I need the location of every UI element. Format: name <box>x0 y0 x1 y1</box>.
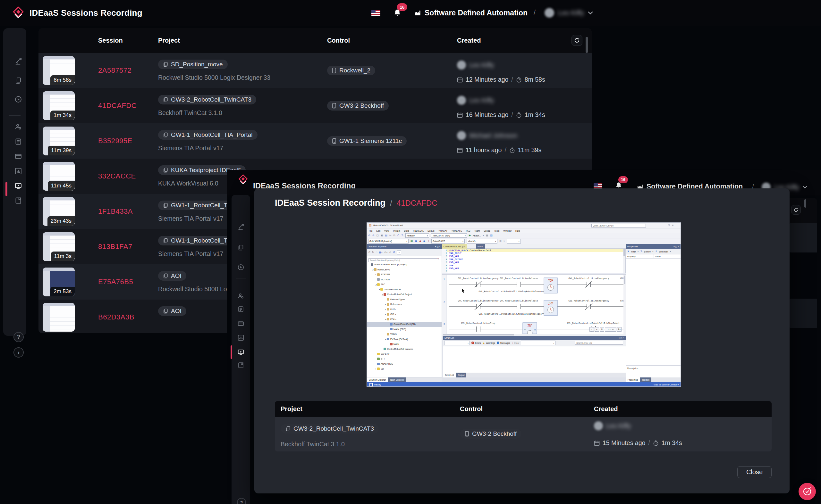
sidebar-item-library book-icon[interactable] <box>14 197 22 204</box>
sidebar-item-robots robot-arm-icon[interactable] <box>14 58 22 65</box>
toolbar-icon: ↷ <box>401 234 403 237</box>
session-link[interactable]: 2A587572 <box>98 53 131 88</box>
menu-item: TwinSAFE <box>451 229 462 232</box>
session-thumbnail[interactable]: 1m 34s <box>43 91 75 120</box>
sidebar-item-analytics bar-chart-icon[interactable] <box>14 167 22 175</box>
refresh-button[interactable] <box>791 205 801 215</box>
avatar <box>457 61 466 70</box>
sidebar-item-session-recordings monitor-play-icon[interactable] <box>237 349 245 356</box>
sidebar-item-projects copy-icon[interactable] <box>237 244 245 251</box>
duration-badge: 11m 39s <box>48 146 75 155</box>
stopwatch-icon <box>653 440 659 446</box>
menu-item: View <box>384 229 389 232</box>
menu-item: PLC <box>466 229 470 232</box>
overlay-sidebar: ? › <box>232 195 250 504</box>
sortorder-icon: ⇓ <box>655 250 658 253</box>
tab-controlrobotcell: ControlRobotCell◍ × <box>442 244 467 249</box>
sidebar-item-notes note-icon[interactable] <box>237 306 245 313</box>
session-link[interactable]: 41DCAFDC <box>98 88 137 123</box>
close-button[interactable]: Close <box>737 466 772 478</box>
tab-team-explorer: Team Explorer <box>388 377 406 382</box>
session-recording-preview[interactable]: ▤ RobotCellV2 - TcXaeShell ─□× FileEditV… <box>367 222 681 387</box>
sidebar-item-notes note-icon[interactable] <box>14 138 22 145</box>
toolbar-icon: ⊙▾ <box>384 251 388 254</box>
svg-text:2: 2 <box>444 301 445 303</box>
svg-text:1: 1 <box>444 278 445 280</box>
toolbar-icon: ✁ <box>389 234 392 237</box>
sidebar-item-play play-circle-icon[interactable] <box>237 264 245 271</box>
svg-text:GVL_RobotControl.bLineEmergenc: GVL_RobotControl.bLineEmergency <box>568 277 609 280</box>
control-tag: Rockwell_2 <box>327 66 375 75</box>
panel-title: Properties <box>627 245 638 248</box>
help-button[interactable]: ? <box>237 498 246 504</box>
document-icon <box>163 203 168 208</box>
avatar <box>594 421 603 430</box>
search-icon: ⚲ <box>437 258 439 260</box>
refresh-button[interactable] <box>571 35 582 46</box>
user-menu[interactable]: Leo Kiffy <box>544 0 593 26</box>
table-row[interactable]: 8m 58s 2A587572 SD_Position_move Rockwel… <box>38 53 592 88</box>
sidebar: ? › <box>3 28 26 336</box>
tab-toolbox: Toolbox <box>640 377 651 382</box>
help-button[interactable]: ? <box>13 332 24 342</box>
session-thumbnail[interactable]: 8m 58s <box>43 56 75 85</box>
error-list-tabs: Error List Output <box>443 373 626 377</box>
toolbar-icon: ⧉ <box>394 234 395 237</box>
project-subtitle: Siemens TIA Portal v17 <box>158 250 223 258</box>
session-link[interactable]: 813B1FA7 <box>98 229 132 264</box>
sidebar-item-robots robot-arm-icon[interactable] <box>237 224 245 231</box>
error-combo: ▾ <box>521 341 555 345</box>
sidebar-item-users user-gear-icon[interactable] <box>14 123 22 131</box>
table-scrollbar[interactable] <box>585 37 588 53</box>
col-project: Project <box>158 28 180 53</box>
panel-controls: ▾ ◫ × <box>435 245 440 248</box>
session-link[interactable]: E75A76B5 <box>98 264 133 300</box>
active-indicator <box>231 345 232 359</box>
sidebar-item-billing credit-card-icon[interactable] <box>14 153 22 160</box>
zoom-level: 100 % <box>605 327 617 332</box>
table-row[interactable]: 11m 39s B352995E GW1-1_RobotCell_TIA_Por… <box>38 123 592 159</box>
language-flag-us-icon[interactable] <box>371 10 380 16</box>
sidebar-expand-button[interactable]: › <box>13 347 24 358</box>
session-link[interactable]: 1F1B433A <box>98 194 133 229</box>
ide-toolbar-twincat: Build 4024.56 (Loaded)▾ ▦▣◆◉✦ RobotCellV… <box>367 238 681 244</box>
session-thumbnail[interactable] <box>43 303 75 332</box>
toolbar-icon: ⊙ <box>368 234 370 237</box>
created-meta: 11 hours ago/ 11m 39s <box>457 146 541 154</box>
sda-logo-icon <box>12 6 24 19</box>
sidebar-item-library book-icon[interactable] <box>237 362 245 369</box>
sidebar-item-projects copy-icon[interactable] <box>14 77 22 85</box>
table-scrollbar[interactable] <box>804 199 806 208</box>
org-switcher[interactable]: Software Defined Automation <box>414 0 527 26</box>
tree-item: ◢ControlRobotCell Project <box>367 292 442 297</box>
cookie-settings-button[interactable] <box>799 483 816 500</box>
table-header: Session Project Control Created <box>38 28 592 53</box>
session-link[interactable]: B62D3A3B <box>98 300 134 333</box>
session-thumbnail[interactable]: 11m 45s <box>43 162 75 191</box>
table-row[interactable]: 1m 34s 41DCAFDC GW3-2_RobotCell_TwinCAT3… <box>38 88 592 123</box>
peek-table-row <box>790 223 817 252</box>
ladder-zoom-controls: ▹ + ⚲ 100 % ⚲▾ <box>589 327 622 332</box>
project-subtitle: Rockwell Studio 5000 Logix Designer 33 <box>158 74 270 81</box>
sidebar-divider <box>236 278 246 278</box>
session-link[interactable]: B352995E <box>98 123 132 159</box>
panel-controls: ▾ ◫ × <box>619 337 624 339</box>
toolbar-icon: ↶ <box>397 234 400 237</box>
session-thumbnail[interactable]: 23m 43s <box>43 197 75 226</box>
sidebar-item-billing credit-card-icon[interactable] <box>237 320 245 327</box>
session-thumbnail[interactable]: 11m 3s <box>43 232 75 261</box>
quick-launch-input <box>591 224 646 227</box>
session-thumbnail[interactable]: 11m 39s <box>43 127 75 155</box>
created-by: Michael Johnson <box>457 131 517 140</box>
properties-toolbar: ▼Filter▾ ⇅Sort by▾ ⇓Sort order▾ <box>626 249 681 254</box>
sidebar-item-session-recordings monitor-play-icon[interactable] <box>14 182 22 190</box>
notifications-button[interactable]: 16 <box>394 9 401 17</box>
notifications-button[interactable]: 16 <box>615 182 622 189</box>
session-link[interactable]: 332CACCE <box>98 159 136 194</box>
sidebar-item-play play-circle-icon[interactable] <box>14 95 22 103</box>
sidebar-item-users user-gear-icon[interactable] <box>237 293 245 300</box>
tree-item: VISUs <box>367 332 442 337</box>
duration-badge: 1m 34s <box>50 111 75 120</box>
sidebar-item-analytics bar-chart-icon[interactable] <box>237 334 245 341</box>
session-thumbnail[interactable]: 2m 53s <box>43 268 75 296</box>
